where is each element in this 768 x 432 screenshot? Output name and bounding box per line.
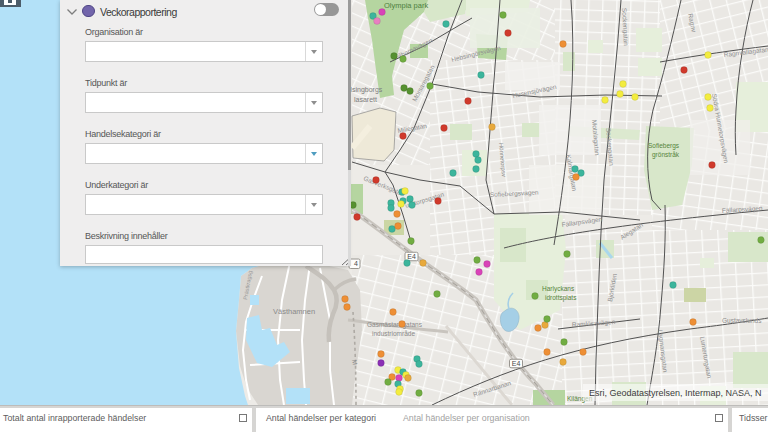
svg-text:lasarett: lasarett bbox=[354, 96, 377, 103]
svg-text:industriområde: industriområde bbox=[372, 330, 415, 337]
svg-text:Sofiebergs: Sofiebergs bbox=[648, 142, 680, 150]
svg-text:Gasmästaregatans: Gasmästaregatans bbox=[367, 321, 423, 329]
svg-text:Gustavslunds: Gustavslunds bbox=[722, 317, 762, 324]
svg-text:idrottsplats: idrottsplats bbox=[545, 294, 577, 302]
svg-text:Harlyckans: Harlyckans bbox=[542, 285, 575, 293]
svg-text:Esri, Geodatastyrelsen, Interm: Esri, Geodatastyrelsen, Intermap, NASA, … bbox=[589, 388, 762, 398]
svg-text:4: 4 bbox=[354, 260, 358, 267]
svg-text:E4: E4 bbox=[407, 253, 416, 260]
svg-text:Isingborgs: Isingborgs bbox=[350, 86, 383, 94]
svg-text:grönstråk: grönstråk bbox=[652, 151, 680, 159]
svg-text:E4: E4 bbox=[512, 360, 521, 367]
svg-text:Olympia park: Olympia park bbox=[384, 1, 428, 10]
svg-text:Västhamnen: Västhamnen bbox=[273, 307, 315, 316]
